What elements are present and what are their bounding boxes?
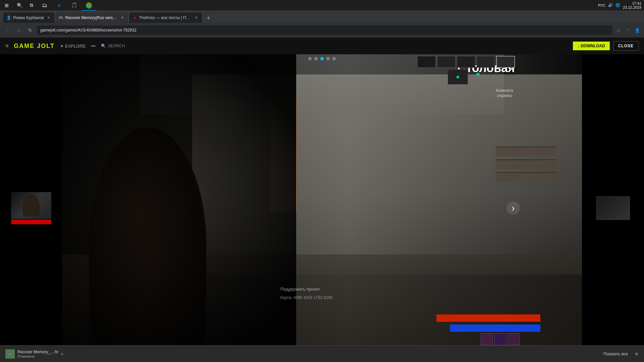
taskbar-right: РУС 🔊 🌐 17:41 23.12.2019 [598,1,644,9]
taskbar-clock: 17:41 [632,1,641,5]
tab-recover-memory[interactable]: 🎮 Recover Memory|Rus version by ✕ [55,12,129,23]
left-thumbnail[interactable] [11,192,51,219]
explore-label: EXPLORE [65,44,86,49]
main-screenshot: Поддержать проект Карта: 4090 4343 1762 … [62,54,582,362]
taskbar-edge[interactable]: e [52,0,66,11]
strip-thumb-4[interactable] [477,56,495,68]
left-thumbnail-panel [0,54,62,362]
tab-thekriss[interactable]: ● TheKriss — все посты | Пикабу ✕ [129,12,203,23]
tab-close-1[interactable]: ✕ [46,15,51,20]
room-label: Комната охраны [496,88,513,98]
new-tab-button[interactable]: + [204,13,213,23]
shelf-3 [496,172,556,182]
page-content: ≡ GAME JOLT ✦ EXPLORE ••• 🔍 SEARCH ↓ DOW… [0,38,644,362]
address-actions: ☆ ᵛ 👤 [614,26,641,34]
shelf-2 [496,159,556,169]
taskbar-time: 17:41 23.12.2019 [623,1,641,9]
screenshot-background: Поддержать проект Карта: 4090 4343 1762 … [62,54,582,362]
tab-favicon-1: 👤 [6,15,11,20]
inventory-slot-1 [481,333,493,345]
profile-icon[interactable]: 👤 [633,26,641,34]
shelves [496,146,556,214]
taskbar-media[interactable]: 🎵 [67,0,81,11]
download-button[interactable]: ↓ DOWNLOAD [573,42,609,50]
nav-search[interactable]: 🔍 SEARCH [101,44,125,48]
dot-3[interactable] [320,57,324,60]
download-filename: Recover Memory_....ht [17,350,58,354]
nav-actions: ↓ DOWNLOAD CLOSE [573,41,639,51]
inventory-area [481,333,520,345]
tab-bar: 👤 Роман Курбанов ✕ 🎮 Recover Memory|Rus … [0,11,644,23]
shelf-1 [496,146,556,157]
tab-close-2[interactable]: ✕ [120,15,125,20]
teal-indicator-dot [476,73,480,76]
close-button[interactable]: CLOSE [613,41,639,51]
thumbnail-strip [417,56,515,68]
taskbar: ⊞ 🔍 ⧉ 🗂 e 🎵 ⬤ РУС 🔊 🌐 17:41 23.12.2019 [0,0,644,11]
tab-favicon-3: ● [132,15,137,20]
strip-thumb-3[interactable] [457,56,475,68]
strip-thumb-5[interactable] [496,56,515,68]
hamburger-icon[interactable]: ≡ [5,43,8,49]
download-info: Recover Memory_....ht Отменено [17,350,58,358]
explore-icon: ✦ [60,44,64,49]
tab-title-3: TheKriss — все посты | Пикабу [139,15,192,20]
download-bar: 🎮 Recover Memory_....ht Отменено ∧ Показ… [0,345,644,362]
taskbar-search-button[interactable]: 🔍 [13,0,25,11]
search-icon: 🔍 [101,44,106,48]
bookmark-icon[interactable]: ☆ [614,26,623,34]
gamejolt-logo: GAME JOLT [14,43,55,50]
tab-close-3[interactable]: ✕ [194,15,199,20]
more-icon: ••• [91,44,96,49]
inventory-slot-3 [507,333,520,345]
address-input[interactable] [37,25,612,35]
right-thumbnail[interactable] [596,196,630,220]
tab-favicon-2: 🎮 [59,15,63,20]
start-button[interactable]: ⊞ [0,0,13,11]
tab-title-1: Роман Курбанов [13,15,44,20]
taskbar-language: РУС [598,3,605,7]
dot-indicators [308,57,336,60]
taskbar-network-icon: 🌐 [615,3,620,7]
dot-2[interactable] [314,57,318,60]
thumb-label [11,220,51,224]
taskbar-date: 23.12.2019 [623,5,641,9]
right-panel [582,54,644,362]
scene-dark-overlay [62,54,296,362]
mini-map [448,69,468,84]
refresh-button[interactable]: ↻ [25,25,35,35]
health-bar [436,314,540,322]
task-view-button[interactable]: ⧉ [25,0,38,11]
download-status: Отменено [17,354,58,358]
stamina-bar [450,324,540,332]
search-label: SEARCH [108,44,125,48]
address-bar: ‹ › ↻ ☆ ᵛ 👤 [0,23,644,38]
screenshot-area: Поддержать проект Карта: 4090 4343 1762 … [0,54,644,362]
forward-button[interactable]: › [14,25,23,35]
mini-map-dot [457,76,459,78]
gamejolt-nav: ≡ GAME JOLT ✦ EXPLORE ••• 🔍 SEARCH ↓ DOW… [0,38,644,54]
taskbar-file-explorer[interactable]: 🗂 [38,0,52,11]
dot-5[interactable] [332,57,336,60]
nav-more[interactable]: ••• [91,44,96,49]
hud-support-text: Поддержать проект [280,287,320,292]
vk-icon[interactable]: ᵛ [624,26,632,34]
close-download-bar-button[interactable]: ✕ [635,351,639,357]
tab-roman-kurbanov[interactable]: 👤 Роман Курбанов ✕ [3,12,55,23]
dot-1[interactable] [308,57,312,60]
browser-window: 👤 Роман Курбанов ✕ 🎮 Recover Memory|Rus … [0,11,644,362]
tab-title-2: Recover Memory|Rus version by [65,15,118,20]
download-chevron-icon[interactable]: ∧ [61,352,64,356]
next-screenshot-arrow[interactable]: › [506,201,520,215]
nav-explore[interactable]: ✦ EXPLORE [60,44,86,49]
taskbar-chrome[interactable]: ⬤ [82,0,96,11]
hud-card-text: Карта: 4090 4343 1762 8105 [280,295,333,300]
inventory-slot-2 [494,333,506,345]
show-all-downloads-button[interactable]: Показать все [603,352,628,356]
dot-4[interactable] [326,57,330,60]
taskbar-volume-icon: 🔊 [608,3,613,7]
strip-thumb-2[interactable] [437,56,455,68]
back-button[interactable]: ‹ [3,25,12,35]
taskbar-apps: 🗂 e 🎵 ⬤ [38,0,96,11]
strip-thumb-1[interactable] [417,56,436,68]
